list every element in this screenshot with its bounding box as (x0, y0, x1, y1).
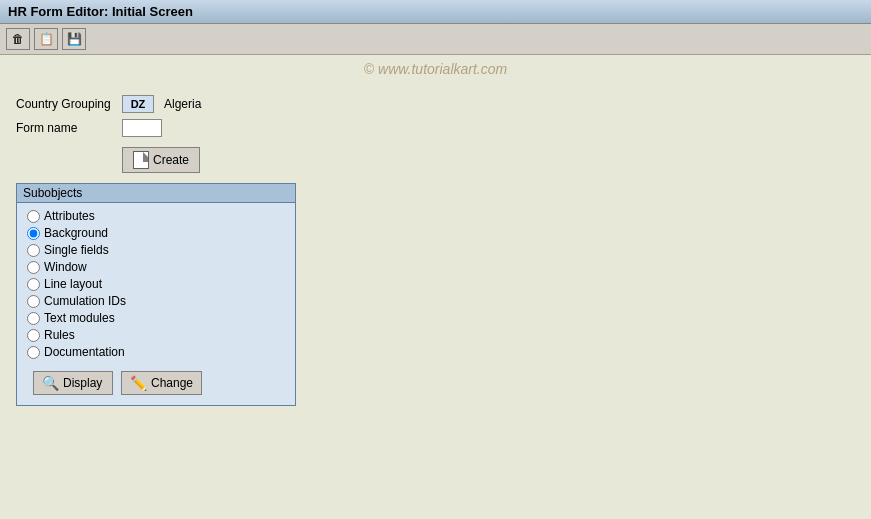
display-button[interactable]: 🔍 Display (33, 371, 113, 395)
form-name-label: Form name (16, 121, 116, 135)
create-button-label: Create (153, 153, 189, 167)
bottom-buttons: 🔍 Display ✏️ Change (27, 367, 285, 399)
radio-text-modules[interactable]: Text modules (27, 311, 285, 325)
copy-button[interactable]: 📋 (34, 28, 58, 50)
radio-cumulation-ids[interactable]: Cumulation IDs (27, 294, 285, 308)
create-icon (133, 151, 149, 169)
change-button-label: Change (151, 376, 193, 390)
country-grouping-row: Country Grouping Algeria (16, 95, 855, 113)
radio-rules[interactable]: Rules (27, 328, 285, 342)
delete-button[interactable]: 🗑 (6, 28, 30, 50)
main-content: Country Grouping Algeria Form name Creat… (0, 83, 871, 418)
subobjects-body: Attributes Background Single fields Wind… (17, 203, 295, 405)
change-button[interactable]: ✏️ Change (121, 371, 202, 395)
radio-documentation[interactable]: Documentation (27, 345, 285, 359)
watermark: © www.tutorialkart.com (0, 55, 871, 83)
radio-line-layout[interactable]: Line layout (27, 277, 285, 291)
toolbar: 🗑 📋 💾 (0, 24, 871, 55)
display-button-label: Display (63, 376, 102, 390)
form-name-input[interactable] (122, 119, 162, 137)
title-bar: HR Form Editor: Initial Screen (0, 0, 871, 24)
change-icon: ✏️ (130, 375, 147, 391)
country-grouping-input[interactable] (122, 95, 154, 113)
create-button[interactable]: Create (122, 147, 200, 173)
radio-attributes[interactable]: Attributes (27, 209, 285, 223)
country-name: Algeria (164, 97, 201, 111)
subobjects-box: Subobjects Attributes Background Single … (16, 183, 296, 406)
display-icon: 🔍 (42, 375, 59, 391)
radio-window[interactable]: Window (27, 260, 285, 274)
subobjects-header: Subobjects (17, 184, 295, 203)
radio-single-fields[interactable]: Single fields (27, 243, 285, 257)
save-button[interactable]: 💾 (62, 28, 86, 50)
title-text: HR Form Editor: Initial Screen (8, 4, 193, 19)
country-grouping-label: Country Grouping (16, 97, 116, 111)
form-name-row: Form name (16, 119, 855, 137)
radio-background[interactable]: Background (27, 226, 285, 240)
